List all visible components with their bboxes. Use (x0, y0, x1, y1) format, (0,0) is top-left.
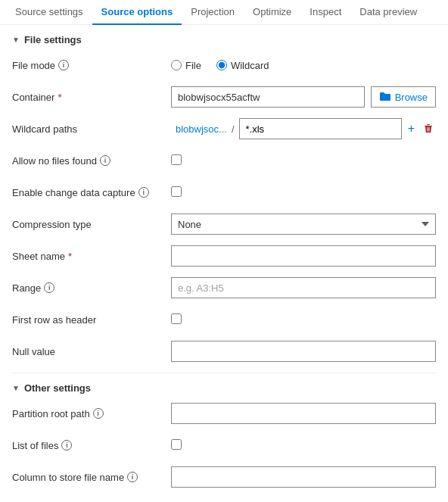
null-value-row: Null value (12, 341, 436, 362)
file-mode-info-icon[interactable]: i (58, 60, 69, 70)
container-label: Container * (12, 92, 171, 103)
wildcard-actions: + (406, 120, 436, 137)
content-area: ▼ File settings File mode i File Wildcar… (0, 25, 448, 502)
file-mode-file-option[interactable]: File (171, 60, 201, 71)
file-mode-wildcard-label: Wildcard (231, 60, 269, 71)
sheet-name-label: Sheet name * (12, 251, 171, 262)
allow-no-files-info-icon[interactable]: i (100, 155, 110, 166)
range-info-icon[interactable]: i (44, 282, 54, 293)
column-store-file-name-label: Column to store file name i (12, 472, 171, 483)
sheet-name-row: Sheet name * (12, 245, 436, 267)
file-mode-radio-group: File Wildcard (171, 60, 436, 71)
file-settings-header[interactable]: ▼ File settings (12, 34, 436, 45)
delete-wildcard-button[interactable] (421, 121, 436, 136)
allow-no-files-row: Allow no files found i (12, 150, 436, 171)
other-settings-chevron-icon: ▼ (12, 384, 20, 392)
enable-change-data-control (171, 186, 436, 199)
enable-change-data-label: Enable change data capture i (12, 187, 171, 198)
tab-optimize[interactable]: Optimize (244, 0, 300, 25)
wildcard-paths-row: Wildcard paths blobwjsoc... / + (12, 118, 436, 139)
file-mode-wildcard-option[interactable]: Wildcard (216, 60, 269, 71)
other-settings-label: Other settings (24, 382, 91, 394)
tab-source-options[interactable]: Source options (92, 0, 182, 25)
partition-root-path-control (171, 403, 436, 424)
browse-label: Browse (395, 92, 428, 103)
container-input-row: Browse (171, 86, 436, 108)
first-row-header-control (171, 313, 436, 326)
first-row-header-label: First row as header (12, 314, 171, 326)
column-store-file-name-input[interactable] (171, 466, 436, 488)
range-input[interactable] (171, 277, 436, 298)
null-value-control (171, 341, 436, 362)
trash-icon (422, 123, 434, 135)
container-row: Container * Browse (12, 86, 436, 108)
null-value-input[interactable] (171, 341, 436, 362)
list-of-files-control (171, 439, 436, 452)
folder-icon (379, 91, 391, 103)
column-store-file-name-info-icon[interactable]: i (127, 472, 138, 482)
range-label: Range i (12, 282, 171, 294)
browse-button[interactable]: Browse (371, 86, 436, 108)
list-of-files-checkbox[interactable] (171, 439, 182, 450)
compression-type-control: None gzip deflate bzip2 ZipDeflate TarGZ… (171, 214, 436, 235)
list-of-files-info-icon[interactable]: i (61, 440, 72, 451)
wildcard-control: blobwjsoc... / + (176, 118, 436, 139)
compression-type-row: Compression type None gzip deflate bzip2… (12, 214, 436, 235)
file-settings-label: File settings (24, 34, 82, 45)
file-mode-wildcard-radio[interactable] (216, 60, 227, 70)
compression-type-select[interactable]: None gzip deflate bzip2 ZipDeflate TarGZ… (171, 214, 436, 235)
list-of-files-row: List of files i (12, 435, 436, 456)
file-mode-control: File Wildcard (171, 60, 436, 71)
tab-bar: Source settings Source options Projectio… (0, 0, 448, 25)
other-settings-header[interactable]: ▼ Other settings (12, 382, 436, 394)
enable-change-data-info-icon[interactable]: i (138, 187, 149, 198)
section-divider (12, 373, 436, 373)
first-row-header-checkbox[interactable] (171, 313, 182, 324)
wildcard-separator: / (232, 123, 235, 135)
wildcard-paths-label: Wildcard paths (12, 123, 171, 135)
allow-no-files-checkbox[interactable] (171, 154, 182, 165)
partition-root-path-input[interactable] (171, 403, 436, 424)
tab-data-preview[interactable]: Data preview (350, 0, 426, 25)
file-mode-row: File mode i File Wildcard (12, 55, 436, 76)
container-required: * (58, 92, 61, 103)
column-store-file-name-row: Column to store file name i (12, 466, 436, 488)
add-wildcard-button[interactable]: + (406, 120, 416, 137)
container-control: Browse (171, 86, 436, 108)
file-mode-label: File mode i (12, 60, 171, 71)
tab-projection[interactable]: Projection (182, 0, 244, 25)
column-store-file-name-control (171, 466, 436, 488)
enable-change-data-checkbox[interactable] (171, 186, 182, 197)
container-input[interactable] (171, 86, 365, 108)
allow-no-files-control (171, 154, 436, 167)
file-mode-file-label: File (185, 60, 201, 71)
partition-root-path-info-icon[interactable]: i (93, 408, 104, 419)
file-mode-file-radio[interactable] (171, 60, 182, 70)
wildcard-input[interactable] (239, 118, 402, 139)
sheet-name-control (171, 245, 436, 267)
after-completion-row: After completion * No action Delete sour… (12, 498, 436, 502)
partition-root-path-row: Partition root path i (12, 403, 436, 424)
wildcard-path-text: blobwjsoc... (176, 123, 227, 135)
allow-no-files-label: Allow no files found i (12, 155, 171, 167)
enable-change-data-row: Enable change data capture i (12, 182, 436, 203)
sheet-name-input[interactable] (171, 245, 436, 267)
null-value-label: Null value (12, 346, 171, 357)
sheet-name-required: * (68, 251, 72, 262)
tab-source-settings[interactable]: Source settings (6, 0, 92, 25)
chevron-icon: ▼ (12, 36, 20, 44)
tab-inspect[interactable]: Inspect (300, 0, 350, 25)
compression-type-label: Compression type (12, 219, 171, 230)
range-control (171, 277, 436, 298)
range-row: Range i (12, 277, 436, 298)
partition-root-path-label: Partition root path i (12, 408, 171, 419)
list-of-files-label: List of files i (12, 440, 171, 451)
first-row-header-row: First row as header (12, 309, 436, 330)
